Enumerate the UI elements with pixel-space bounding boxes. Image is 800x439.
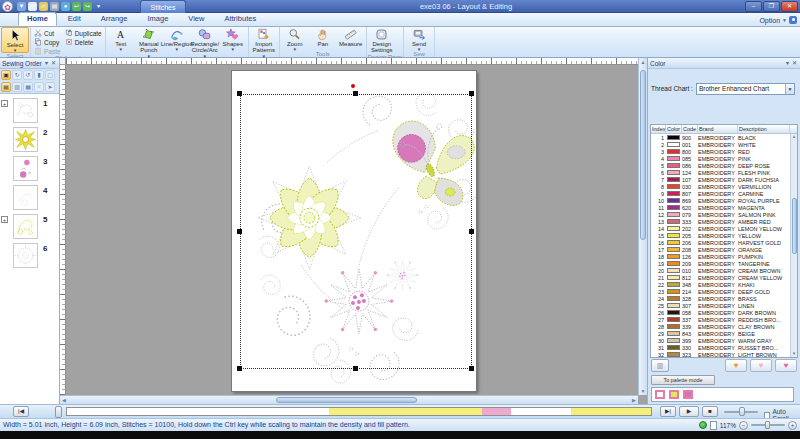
show-hide-icon[interactable]: ↺	[23, 70, 33, 80]
sewing-order-item-1[interactable]: +1	[0, 97, 59, 126]
design-mode-icon[interactable]: ●	[61, 2, 70, 11]
open-folder-icon[interactable]: ▱	[39, 2, 48, 11]
selection-handle-tm[interactable]	[353, 91, 358, 96]
manual-punch-button[interactable]: Manual Punch▾	[135, 27, 163, 58]
thread-row[interactable]: 26058EMBROIDERYDARK BROWN	[651, 309, 790, 316]
pan-button[interactable]: Pan	[309, 27, 337, 51]
thread-row[interactable]: 25307EMBROIDERYLINEN	[651, 302, 790, 309]
selection-handle-br[interactable]	[469, 366, 474, 371]
thread-row[interactable]: 17208EMBROIDERYORANGE	[651, 246, 790, 253]
favorites-edit-button[interactable]: ♥	[725, 359, 747, 372]
simulator-progress-track[interactable]	[66, 407, 652, 416]
to-palette-mode-button[interactable]: To palette mode	[651, 375, 715, 385]
zoom-slider-thumb[interactable]	[765, 421, 770, 429]
speed-slider-thumb[interactable]	[739, 407, 745, 416]
thread-row[interactable]: 2001EMBROIDERYWHITE	[651, 141, 790, 148]
thread-row[interactable]: 7107EMBROIDERYDARK FUCHSIA	[651, 176, 790, 183]
sewing-order-item-5[interactable]: +5	[0, 213, 59, 242]
pin-icon[interactable]: ▾	[784, 60, 791, 67]
vertical-scroll-thumb[interactable]	[640, 70, 646, 240]
thread-row[interactable]: 16206EMBROIDERYHARVEST GOLD	[651, 239, 790, 246]
merge-colors-icon[interactable]: ▦	[23, 82, 33, 92]
selection-handle-bm[interactable]	[353, 366, 358, 371]
scroll-down-icon[interactable]: ▼	[639, 387, 647, 395]
page-icon[interactable]	[710, 421, 717, 430]
thread-scroll-thumb[interactable]	[792, 198, 797, 254]
send-button[interactable]: Send▾	[405, 27, 433, 51]
pattern-thumbnail[interactable]	[13, 185, 38, 210]
thread-row[interactable]: 12079EMBROIDERYSALMON PINK	[651, 211, 790, 218]
used-color-swatch[interactable]	[655, 390, 665, 399]
thread-row[interactable]: 8030EMBROIDERYVERMILLION	[651, 183, 790, 190]
zoom-button[interactable]: Zoom▾	[281, 27, 309, 51]
thread-row[interactable]: 19209EMBROIDERYTANGERINE	[651, 260, 790, 267]
thread-row[interactable]: 24328EMBROIDERYBRASS	[651, 295, 790, 302]
favorites-button[interactable]: ♥	[775, 359, 797, 372]
selection-handle-tr[interactable]	[469, 91, 474, 96]
thread-row[interactable]: 21812EMBROIDERYCREAM YELLOW	[651, 274, 790, 281]
app-logo-icon[interactable]: ✿	[2, 1, 13, 12]
thread-row[interactable]: 22348EMBROIDERYKHAKI	[651, 281, 790, 288]
zoom-slider-track[interactable]	[751, 424, 785, 426]
minimize-button[interactable]: –	[745, 1, 762, 12]
frame-select-icon[interactable]: ▣	[1, 70, 11, 80]
new-document-icon[interactable]: ▭	[28, 2, 37, 11]
thread-row[interactable]: 14202EMBROIDERYLEMON YELLOW	[651, 225, 790, 232]
stop-button[interactable]: ■	[702, 406, 718, 417]
sewing-order-item-6[interactable]: 6	[0, 242, 59, 271]
tab-attributes[interactable]: Attributes	[215, 12, 265, 26]
tab-view[interactable]: View	[179, 12, 213, 26]
sewing-order-item-2[interactable]: 2	[0, 126, 59, 155]
qat-dropdown-icon[interactable]: ▾	[94, 2, 103, 11]
measure-button[interactable]: Measure	[337, 27, 365, 51]
save-icon[interactable]: ▼	[17, 2, 26, 11]
close-button[interactable]: ✕	[781, 1, 798, 12]
thread-row[interactable]: 11620EMBROIDERYMAGENTA	[651, 204, 790, 211]
thread-row[interactable]: 30399EMBROIDERYWARM GRAY	[651, 337, 790, 344]
scroll-left-icon[interactable]: ◀	[60, 396, 68, 404]
zoom-in-button[interactable]: +	[788, 421, 797, 430]
thread-row[interactable]: 5086EMBROIDERYDEEP ROSE	[651, 162, 790, 169]
sewing-order-item-4[interactable]: 4	[0, 184, 59, 213]
horizontal-scroll-thumb[interactable]	[276, 397, 417, 403]
import-patterns-button[interactable]: Import Patterns▾	[250, 27, 278, 58]
thread-row[interactable]: 3800EMBROIDERYRED	[651, 148, 790, 155]
thread-row[interactable]: 29843EMBROIDERYBEIGE	[651, 330, 790, 337]
pointer-icon[interactable]: ➤	[45, 82, 55, 92]
thread-row[interactable]: 18126EMBROIDERYPUMPKIN	[651, 253, 790, 260]
expand-icon[interactable]: +	[1, 216, 8, 223]
simulator-slider-thumb[interactable]	[55, 406, 62, 418]
thread-row[interactable]: 6124EMBROIDERYFLESH PINK	[651, 169, 790, 176]
print-icon[interactable]: ▤	[50, 2, 59, 11]
shapes-button[interactable]: Shapes▾	[219, 27, 247, 58]
selection-box[interactable]	[240, 94, 472, 369]
thread-row[interactable]: 23214EMBROIDERYDEEP GOLD	[651, 288, 790, 295]
scroll-right-icon[interactable]: ▶	[630, 396, 638, 404]
select-button[interactable]: Select ▾	[1, 27, 29, 53]
thread-table-scrollbar[interactable]: ▲ ▼	[790, 134, 797, 357]
show-order-icon[interactable]: ↻	[12, 70, 22, 80]
copy-button[interactable]: Copy	[34, 38, 61, 46]
redo-icon[interactable]: ↪	[83, 2, 92, 11]
rectangle-circle-arc-button[interactable]: Rectangle/ Circle/Arc▾	[191, 27, 219, 58]
text-tool-button[interactable]: A Text ▾	[107, 27, 135, 58]
thread-row[interactable]: 32323EMBROIDERYLIGHT BROWN	[651, 351, 790, 357]
thread-row[interactable]: 9807EMBROIDERYCARMINE	[651, 190, 790, 197]
pattern-thumbnail[interactable]	[13, 98, 38, 123]
tab-image[interactable]: Image	[138, 12, 177, 26]
used-color-swatch[interactable]	[683, 390, 693, 399]
user-icon[interactable]	[789, 16, 797, 24]
favorites-light-button[interactable]: ♥	[750, 359, 772, 372]
thread-row[interactable]: 15205EMBROIDERYYELLOW	[651, 232, 790, 239]
group-colors-icon[interactable]: ▥	[12, 82, 22, 92]
scroll-up-icon[interactable]: ▲	[639, 58, 647, 66]
thread-row[interactable]: 20010EMBROIDERYCREAM BROWN	[651, 267, 790, 274]
paste-button[interactable]: Paste	[34, 47, 61, 55]
design-page[interactable]	[231, 70, 477, 392]
realistic-view-icon[interactable]	[699, 421, 707, 429]
design-settings-button[interactable]: Design Settings	[368, 27, 396, 54]
sewing-order-item-3[interactable]: 3	[0, 155, 59, 184]
canvas-viewport[interactable]	[66, 65, 638, 395]
cut-button[interactable]: Cut	[34, 29, 61, 37]
rotation-handle[interactable]	[351, 84, 355, 88]
